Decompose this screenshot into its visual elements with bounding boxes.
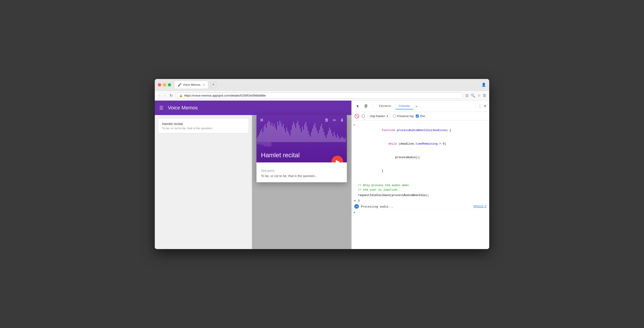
list-item[interactable]: Hamlet recital To be, or not to be, that… <box>158 119 248 133</box>
modal-download-button[interactable]: ⬇ <box>340 118 344 123</box>
console-spacer-1 <box>352 178 489 183</box>
svg-rect-86 <box>265 142 266 147</box>
close-traffic-light[interactable] <box>158 83 161 86</box>
svg-rect-19 <box>278 125 279 142</box>
tab-console[interactable]: Console <box>395 103 413 109</box>
play-icon: ▶ <box>336 159 340 163</box>
preserve-log-checkbox[interactable] <box>393 115 396 118</box>
svg-rect-55 <box>319 130 320 142</box>
more-tabs-button[interactable]: » <box>414 104 419 109</box>
console-prompt: ▶ <box>352 210 489 215</box>
modal-play-button[interactable]: ▶ <box>332 156 343 163</box>
svg-rect-72 <box>338 137 339 142</box>
devtools-panel: Elements Console » ⋮ ✕ 🚫 ⬡ <top frame> ▼ <box>352 101 489 249</box>
modal-description-text: To be, or not to be, that is the questio… <box>261 174 342 178</box>
back-button[interactable]: ‹ <box>158 93 161 98</box>
url-bar[interactable]: 🔒 https://voice-memos.appspot.com/detail… <box>176 93 463 99</box>
log-source-link[interactable]: VM1515:3 <box>474 205 486 208</box>
result-value: 3 <box>358 199 360 202</box>
title-bar: 🎤 Voice Memos ✕ + 👤 <box>155 79 489 91</box>
svg-rect-39 <box>301 132 302 142</box>
forward-button[interactable]: › <box>163 93 166 98</box>
svg-rect-24 <box>284 129 285 142</box>
app-body: Hamlet recital To be, or not to be, that… <box>155 115 352 249</box>
comment-line-1: // Only process the audio when <box>358 183 486 188</box>
svg-rect-83 <box>262 142 262 146</box>
maximize-traffic-light[interactable] <box>168 83 171 86</box>
cursor-tool[interactable] <box>354 103 362 110</box>
devtools-close-button[interactable]: ✕ <box>484 104 486 108</box>
svg-rect-32 <box>293 122 294 142</box>
modal-body: Description To be, or not to be, that is… <box>256 163 347 182</box>
svg-rect-1 <box>258 135 259 142</box>
svg-rect-51 <box>314 123 315 142</box>
svg-rect-44 <box>307 126 307 142</box>
device-tool[interactable] <box>362 103 370 110</box>
console-code-block: function processAudioWhenIdle(deadline) … <box>352 122 489 178</box>
svg-rect-16 <box>275 128 276 142</box>
svg-rect-52 <box>316 128 316 142</box>
console-filter-button[interactable]: ⬡ <box>362 114 365 119</box>
secure-icon: 🔒 <box>179 94 183 97</box>
browser-window: 🎤 Voice Memos ✕ + 👤 ‹ › ↻ 🔒 https://voic… <box>155 79 489 249</box>
svg-rect-75 <box>342 137 342 142</box>
keyword-while: while <box>388 142 397 146</box>
function-name: processAudioWhenIdle <box>397 129 431 132</box>
param-deadline: deadline <box>432 129 446 132</box>
code-content: function processAudioWhenIdle(deadline) … <box>358 124 486 178</box>
closing-brace: } <box>382 169 384 172</box>
svg-rect-7 <box>265 124 266 142</box>
svg-rect-82 <box>260 142 261 145</box>
svg-rect-14 <box>273 126 274 142</box>
devtools-kebab-menu[interactable]: ⋮ <box>478 104 482 108</box>
show-option-text: Sho <box>420 114 425 118</box>
svg-rect-73 <box>340 139 340 142</box>
modal-description-label: Description <box>261 169 342 172</box>
svg-rect-10 <box>268 121 269 142</box>
svg-rect-57 <box>321 124 322 142</box>
svg-rect-31 <box>292 125 292 142</box>
svg-rect-84 <box>262 142 263 144</box>
modal-toolbar: ✕ 🗑 ✏ ⬇ <box>260 117 344 123</box>
svg-rect-33 <box>294 124 295 142</box>
main-content: ☰ Voice Memos Hamlet recital To be, or n… <box>155 101 489 249</box>
modal-delete-button[interactable]: 🗑 <box>325 118 329 123</box>
minimize-traffic-light[interactable] <box>163 83 166 86</box>
hamburger-menu[interactable]: ☰ <box>159 105 163 111</box>
modal-close-button[interactable]: ✕ <box>260 117 264 123</box>
reload-button[interactable]: ↻ <box>169 93 174 98</box>
svg-rect-38 <box>300 129 300 142</box>
memo-item-description: To be, or not to be, that is the questio… <box>162 127 245 130</box>
browser-tab[interactable]: 🎤 Voice Memos ✕ <box>174 81 208 89</box>
svg-rect-67 <box>332 137 333 142</box>
svg-rect-18 <box>277 122 278 142</box>
svg-rect-46 <box>309 134 310 142</box>
console-clear-button[interactable]: 🚫 <box>354 114 359 119</box>
tab-elements[interactable]: Elements <box>375 103 395 109</box>
svg-rect-64 <box>329 128 330 142</box>
profile-button[interactable]: 👤 <box>482 83 486 87</box>
svg-rect-22 <box>282 126 282 142</box>
svg-rect-81 <box>259 142 260 144</box>
cast-button[interactable]: ⊡ <box>466 93 468 98</box>
app-area: ☰ Voice Memos Hamlet recital To be, or n… <box>155 101 352 249</box>
frame-selector[interactable]: <top frame> ▼ <box>368 114 391 118</box>
paren-open: ( <box>431 129 433 132</box>
tab-close-button[interactable]: ✕ <box>203 83 205 86</box>
bookmark-button[interactable]: ☆ <box>478 93 481 98</box>
search-button[interactable]: 🔍 <box>471 93 475 98</box>
show-option-checkbox[interactable] <box>416 115 419 118</box>
modal-edit-button[interactable]: ✏ <box>333 118 336 123</box>
new-tab-button[interactable]: + <box>210 82 216 88</box>
svg-rect-56 <box>320 126 321 142</box>
svg-rect-43 <box>306 122 306 142</box>
svg-rect-12 <box>270 125 271 142</box>
prompt-arrow: ▶ <box>354 211 355 214</box>
show-option-label[interactable]: Sho <box>416 114 425 118</box>
svg-rect-87 <box>266 142 267 146</box>
comment-line-2: // the user is inactive. <box>358 188 486 192</box>
callback-content: requestIdleCallback(processAudioWhenIdle… <box>358 193 486 198</box>
svg-rect-78 <box>345 138 346 142</box>
preserve-log-checkbox-label[interactable]: Preserve log <box>393 114 414 118</box>
menu-button[interactable]: ☰ <box>483 93 486 98</box>
